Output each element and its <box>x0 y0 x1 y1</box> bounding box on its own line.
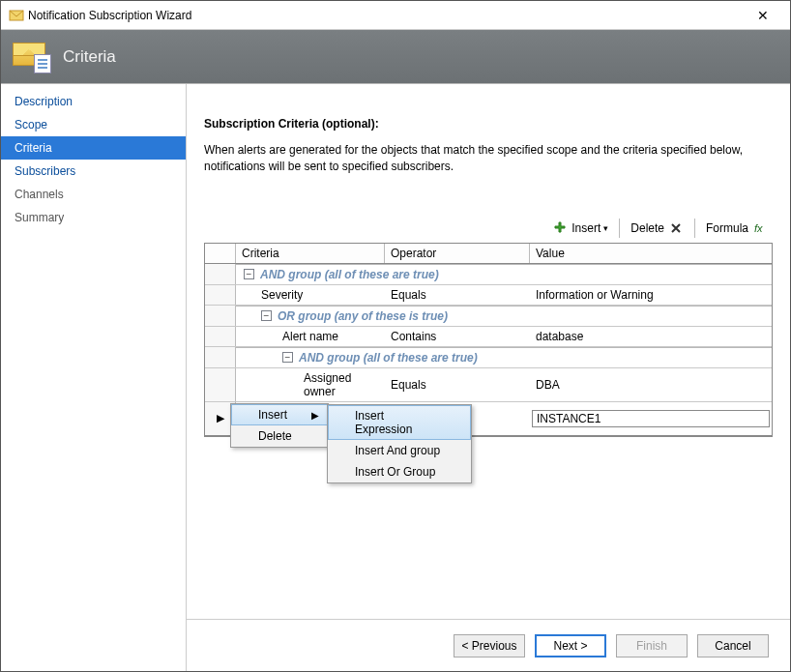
row-selector[interactable] <box>205 306 236 326</box>
cell-criteria[interactable]: Alert name <box>236 327 385 346</box>
ctx-delete-label: Delete <box>258 429 292 443</box>
nav-channels[interactable]: Channels <box>1 183 186 206</box>
col-operator[interactable]: Operator <box>385 244 530 263</box>
ctx-insert-expression-label: Insert Expression <box>355 409 442 436</box>
collapse-icon[interactable]: − <box>244 269 254 279</box>
ctx-insert-expression[interactable]: Insert Expression <box>328 405 471 440</box>
main-panel: Subscription Criteria (optional): When a… <box>187 84 790 671</box>
insert-button[interactable]: Insert ▾ <box>547 218 613 239</box>
delete-button[interactable]: Delete <box>626 218 688 239</box>
collapse-icon[interactable]: − <box>261 310 272 321</box>
ctx-insert-or-group-label: Insert Or Group <box>355 465 435 479</box>
ctx-delete[interactable]: Delete <box>231 425 328 447</box>
current-row-icon: ▶ <box>217 412 224 424</box>
nav-subscribers[interactable]: Subscribers <box>1 160 186 183</box>
next-button[interactable]: Next > <box>535 634 606 657</box>
titlebar: Notification Subscription Wizard ✕ <box>1 1 790 30</box>
group-row[interactable]: − AND group (all of these are true) <box>205 347 772 368</box>
nav-description[interactable]: Description <box>1 90 186 113</box>
ctx-insert[interactable]: Insert ▶ Insert Expression Insert And gr… <box>231 404 328 425</box>
delete-icon <box>668 220 684 236</box>
value-input[interactable] <box>532 410 770 427</box>
body: Description Scope Criteria Subscribers C… <box>1 83 790 671</box>
table-row[interactable]: Severity Equals Information or Warning <box>205 285 772 306</box>
nav-scope[interactable]: Scope <box>1 113 186 136</box>
plus-icon <box>552 220 568 236</box>
cell-value[interactable] <box>530 402 772 435</box>
table-row[interactable]: Alert name Contains database <box>205 327 772 347</box>
banner-title: Criteria <box>63 47 116 67</box>
group-label: OR group (any of these is true) <box>278 309 448 323</box>
cancel-button[interactable]: Cancel <box>697 634 769 657</box>
separator <box>694 219 695 238</box>
row-selector[interactable] <box>205 347 236 367</box>
cell-value[interactable]: database <box>530 327 772 346</box>
context-menu: Insert ▶ Insert Expression Insert And gr… <box>230 403 329 448</box>
wizard-footer: < Previous Next > Finish Cancel <box>187 619 790 671</box>
wizard-window: Notification Subscription Wizard ✕ Crite… <box>0 0 791 672</box>
nav-summary[interactable]: Summary <box>1 206 186 229</box>
cell-criteria[interactable]: Assigned owner <box>236 368 385 401</box>
cell-operator[interactable]: Equals <box>385 285 530 305</box>
cell-criteria[interactable]: Severity <box>236 285 385 305</box>
close-icon[interactable]: ✕ <box>744 8 782 23</box>
formula-icon: fx <box>752 220 768 236</box>
group-label: AND group (all of these are true) <box>260 268 439 281</box>
banner-icon <box>13 43 49 72</box>
grid-toolbar: Insert ▾ Delete Formula fx <box>204 218 773 239</box>
formula-button[interactable]: Formula fx <box>701 218 773 239</box>
ctx-insert-or-group[interactable]: Insert Or Group <box>328 461 471 482</box>
row-selector-header <box>205 244 236 263</box>
group-row[interactable]: − OR group (any of these is true) <box>205 306 772 327</box>
formula-label: Formula <box>706 221 748 235</box>
insert-submenu: Insert Expression Insert And group Inser… <box>327 404 472 483</box>
cell-value[interactable]: DBA <box>530 368 772 401</box>
row-selector[interactable] <box>205 285 236 305</box>
ctx-insert-label: Insert <box>258 408 287 422</box>
submenu-arrow-icon: ▶ <box>311 410 319 421</box>
section-description: When alerts are generated for the object… <box>204 142 746 175</box>
separator <box>619 219 620 238</box>
sidebar: Description Scope Criteria Subscribers C… <box>1 84 187 671</box>
ctx-insert-and-group-label: Insert And group <box>355 444 440 457</box>
chevron-down-icon: ▾ <box>603 223 608 233</box>
group-label: AND group (all of these are true) <box>299 351 478 365</box>
window-title: Notification Subscription Wizard <box>24 9 744 22</box>
ctx-insert-and-group[interactable]: Insert And group <box>328 440 471 461</box>
nav-criteria[interactable]: Criteria <box>1 136 186 160</box>
cell-operator[interactable]: Contains <box>385 327 530 346</box>
insert-label: Insert <box>571 221 601 235</box>
group-row[interactable]: − AND group (all of these are true) <box>205 264 772 285</box>
cell-value[interactable]: Information or Warning <box>530 285 772 305</box>
svg-text:fx: fx <box>754 222 763 234</box>
row-selector[interactable] <box>205 327 236 346</box>
row-selector[interactable] <box>205 368 236 401</box>
app-icon <box>9 8 24 23</box>
delete-label: Delete <box>630 221 664 235</box>
previous-button[interactable]: < Previous <box>454 634 525 657</box>
finish-button: Finish <box>616 634 688 657</box>
table-row[interactable]: Assigned owner Equals DBA <box>205 368 772 402</box>
collapse-icon[interactable]: − <box>282 352 293 363</box>
section-heading: Subscription Criteria (optional): <box>204 117 773 131</box>
col-value[interactable]: Value <box>530 244 772 263</box>
grid-header: Criteria Operator Value <box>205 244 772 264</box>
row-selector[interactable] <box>205 264 236 284</box>
col-criteria[interactable]: Criteria <box>236 244 385 263</box>
cell-operator[interactable]: Equals <box>385 368 530 401</box>
banner: Criteria <box>1 30 790 83</box>
